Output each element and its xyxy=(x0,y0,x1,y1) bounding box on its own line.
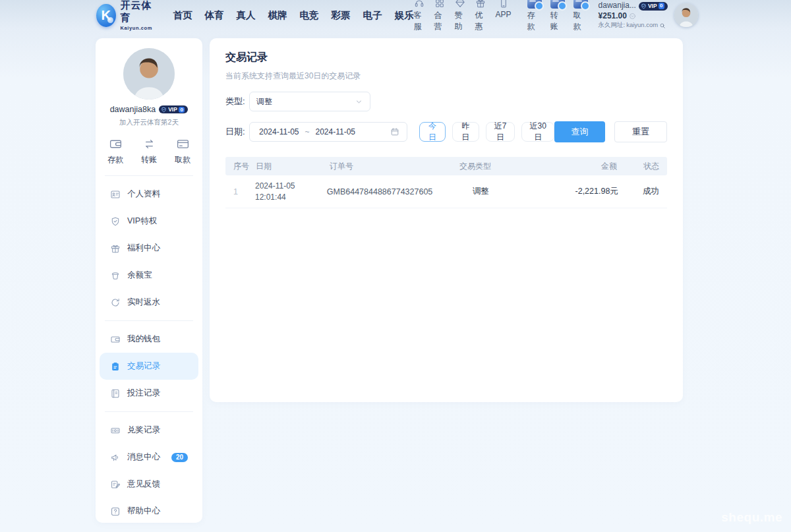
sidebar-item-rebate[interactable]: 实时返水 xyxy=(100,289,198,316)
range-7days-button[interactable]: 近7日 xyxy=(486,122,515,142)
app-link[interactable]: APP xyxy=(496,0,512,32)
topbar-quick-links: 客服 合营 赞助 优惠 APP xyxy=(414,0,512,32)
transfer-link[interactable]: 转账 xyxy=(550,0,565,32)
type-select-value: 调整 xyxy=(256,96,272,107)
permanent-url-value[interactable]: kaiyun.com xyxy=(626,21,658,29)
transfer-action[interactable]: 转账 xyxy=(141,137,157,165)
table-row: 1 2024-11-05 12:01:44 GMB644784488677432… xyxy=(225,175,667,208)
partner-icon xyxy=(434,0,445,9)
site-logo[interactable]: K 开云体育 Kaiyun.com xyxy=(96,0,156,31)
sidebar-item-transactions[interactable]: 交易记录 xyxy=(100,353,198,380)
menu-group-wallet: 我的钱包 交易记录 投注记录 xyxy=(96,322,202,410)
sponsor-link[interactable]: 赞助 xyxy=(455,0,465,32)
divider xyxy=(105,411,193,412)
sidebar-item-profile[interactable]: 个人资料 xyxy=(100,181,198,208)
redeem-banknote-icon xyxy=(110,425,121,436)
sidebar-item-help[interactable]: 帮助中心 xyxy=(100,498,198,525)
support-link[interactable]: 客服 xyxy=(414,0,425,32)
profile-avatar xyxy=(123,48,175,100)
sidebar-item-vip[interactable]: VIP特权 xyxy=(100,208,198,235)
bank-card-icon xyxy=(176,137,190,151)
search-icon[interactable] xyxy=(659,22,666,29)
row-index: 1 xyxy=(233,187,255,196)
topbar-wallet-links: 存款 转账 取款 xyxy=(527,0,588,32)
table-header-row: 序号 日期 订单号 交易类型 金额 状态 xyxy=(225,157,667,175)
row-status: 成功 xyxy=(618,186,659,197)
range-today-button[interactable]: 今日 xyxy=(419,122,446,142)
topbar: K 开云体育 Kaiyun.com 首页 体育 真人 棋牌 电竞 彩票 电子 娱… xyxy=(0,0,791,30)
permanent-url-label: 永久网址: xyxy=(599,21,626,29)
type-select[interactable]: 调整 xyxy=(249,92,370,111)
calendar-icon xyxy=(390,127,399,136)
range-30days-button[interactable]: 近30日 xyxy=(521,122,554,142)
app-icon xyxy=(498,0,509,9)
range-yesterday-button[interactable]: 昨日 xyxy=(452,122,479,142)
deposit-label: 存款 xyxy=(107,154,123,165)
joined-days-text: 加入开云体育第2天 xyxy=(96,118,202,127)
transactions-table: 序号 日期 订单号 交易类型 金额 状态 1 2024-11-05 12:01:… xyxy=(225,157,667,208)
nav-item-chess[interactable]: 棋牌 xyxy=(268,9,287,22)
help-icon xyxy=(110,506,121,517)
nav-item-esports[interactable]: 电竞 xyxy=(300,9,319,22)
chevron-down-icon xyxy=(355,98,363,106)
sidebar-item-bet-records[interactable]: 投注记录 xyxy=(100,380,198,407)
menu-label: 个人资料 xyxy=(127,189,160,200)
menu-label: 意见反馈 xyxy=(127,479,160,490)
page-title: 交易记录 xyxy=(225,51,667,65)
sidebar-item-redeem-records[interactable]: 兑奖记录 xyxy=(100,417,198,444)
vip-shield-icon xyxy=(641,3,647,9)
transfer-label: 转账 xyxy=(550,10,565,32)
reset-button[interactable]: 重置 xyxy=(614,121,667,142)
sidebar-item-feedback[interactable]: 意见反馈 xyxy=(100,471,198,498)
wallet-icon xyxy=(110,334,121,345)
vip-level: 0 xyxy=(179,107,185,113)
withdraw-action[interactable]: 取款 xyxy=(175,137,190,165)
partner-link[interactable]: 合营 xyxy=(434,0,445,32)
sidebar-item-messages[interactable]: 消息中心 20 xyxy=(100,444,198,471)
nav-item-lottery[interactable]: 彩票 xyxy=(332,9,351,22)
deposit-icon xyxy=(527,0,542,9)
avatar-image xyxy=(674,3,698,27)
date-separator: ~ xyxy=(305,127,310,136)
sidebar-item-benefits[interactable]: 福利中心 xyxy=(100,235,198,262)
deposit-link[interactable]: 存款 xyxy=(527,0,542,32)
id-card-icon xyxy=(110,189,121,200)
withdraw-label: 取款 xyxy=(573,10,588,32)
user-avatar[interactable] xyxy=(674,3,698,27)
profile-vip-badge: VIP0 xyxy=(159,105,188,113)
username-truncated[interactable]: dawanjia... xyxy=(599,1,636,11)
col-header-type: 交易类型 xyxy=(426,161,525,172)
menu-label: 消息中心 xyxy=(127,452,160,463)
query-button[interactable]: 查询 xyxy=(554,121,605,142)
support-label: 客服 xyxy=(414,10,425,32)
withdraw-link[interactable]: 取款 xyxy=(573,0,588,32)
date-range-input[interactable]: 2024-11-05 ~ 2024-11-05 xyxy=(249,122,407,142)
balance-dropdown-icon[interactable] xyxy=(629,13,636,20)
benefits-gift-icon xyxy=(110,243,121,254)
nav-item-entertainment[interactable]: 娱乐 xyxy=(395,9,414,22)
col-header-order-no: 订单号 xyxy=(330,161,426,172)
sidebar: dawanjia8ka VIP0 加入开云体育第2天 存款 转账 取款 xyxy=(96,38,202,523)
deposit-action[interactable]: 存款 xyxy=(107,137,123,165)
sponsor-label: 赞助 xyxy=(455,10,465,32)
row-amount: -2,221.98元 xyxy=(529,186,618,197)
menu-label: 帮助中心 xyxy=(127,506,160,517)
watermark: shequ.me xyxy=(721,510,782,525)
nav-item-slots[interactable]: 电子 xyxy=(363,9,382,22)
nav-item-sports[interactable]: 体育 xyxy=(205,9,224,22)
vip-badge: VIP0 xyxy=(639,2,668,11)
vip-shield-icon xyxy=(110,216,121,227)
sidebar-item-yuebao[interactable]: 余额宝 xyxy=(100,262,198,289)
menu-label: 我的钱包 xyxy=(127,334,160,345)
nav-item-home[interactable]: 首页 xyxy=(173,9,192,22)
savings-pot-icon xyxy=(110,270,121,281)
rebate-refresh-icon xyxy=(110,297,121,308)
sidebar-item-my-wallet[interactable]: 我的钱包 xyxy=(100,326,198,353)
partner-label: 合营 xyxy=(434,10,445,32)
col-header-amount: 金额 xyxy=(525,161,617,172)
logo-title: 开云体育 xyxy=(121,0,156,24)
nav-item-live[interactable]: 真人 xyxy=(237,9,256,22)
promo-link[interactable]: 优惠 xyxy=(475,0,486,32)
col-header-index: 序号 xyxy=(233,161,256,172)
type-filter-row: 类型: 调整 xyxy=(225,92,667,111)
